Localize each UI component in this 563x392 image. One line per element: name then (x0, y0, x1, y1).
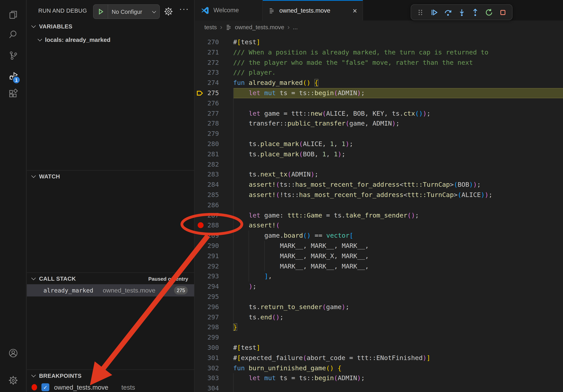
code-line[interactable]: 281ts.place_mark(BOB, 1, 1); (195, 149, 563, 159)
gutter[interactable]: 289 (195, 231, 233, 241)
gutter[interactable]: 281 (195, 149, 233, 159)
code-line[interactable]: 286 (195, 200, 563, 210)
code-line-content[interactable] (233, 292, 563, 302)
code-line[interactable]: 276 (195, 98, 563, 109)
gutter[interactable]: 288 (195, 221, 233, 231)
step-out-icon[interactable] (470, 6, 481, 18)
breadcrumb-tests[interactable]: tests (204, 24, 217, 30)
source-control-icon[interactable] (0, 46, 26, 65)
code-line-content[interactable]: assert!( (233, 221, 563, 231)
code-line[interactable]: 299 (195, 332, 563, 343)
code-line-content[interactable]: ts.return_to_sender(game); (233, 302, 563, 312)
code-line-content[interactable]: } (233, 322, 563, 333)
code-line-content[interactable]: /// When a position is already marked, t… (233, 47, 563, 58)
code-line-content[interactable]: #[test] (233, 343, 563, 353)
gutter[interactable]: 298 (195, 322, 233, 333)
run-and-debug-icon[interactable]: 1 (0, 66, 26, 85)
breadcrumb-symbol[interactable]: ... (293, 24, 298, 30)
code-line[interactable]: 278transfer::public_transfer(game, ADMIN… (195, 119, 563, 129)
code-line[interactable]: 284assert!(ts::has_most_recent_for_addre… (195, 180, 563, 190)
gutter[interactable]: 291 (195, 251, 233, 261)
gutter[interactable]: 290 (195, 241, 233, 251)
code-line-content[interactable]: game.board() == vector[ (233, 231, 563, 241)
gutter[interactable]: 302 (195, 363, 233, 373)
gutter[interactable]: 296 (195, 302, 233, 312)
continue-icon[interactable] (428, 6, 440, 18)
code-line[interactable]: 302fun burn_unfinished_game() { (195, 363, 563, 373)
code-line[interactable]: 300#[test] (195, 343, 563, 353)
gutter[interactable]: 300 (195, 343, 233, 353)
code-line-content[interactable] (233, 159, 563, 170)
gutter[interactable]: 299 (195, 332, 233, 343)
gutter[interactable]: 286 (195, 200, 233, 210)
gutter[interactable]: 284 (195, 180, 233, 190)
account-icon[interactable] (0, 343, 26, 362)
code-line[interactable]: 274fun already_marked() { (195, 78, 563, 88)
watch-section-header[interactable]: WATCH (27, 171, 194, 182)
gutter[interactable]: 275 (195, 88, 233, 98)
breakpoints-section-header[interactable]: BREAKPOINTS (27, 370, 194, 381)
gutter[interactable]: 278 (195, 119, 233, 129)
code-line[interactable]: 289game.board() == vector[ (195, 231, 563, 241)
code-line-content[interactable]: let mut ts = ts::begin(ADMIN); (233, 88, 563, 98)
debug-config-dropdown[interactable]: No Configur (93, 4, 160, 19)
variables-scope-row[interactable]: locals: already_marked (27, 34, 194, 45)
code-line-content[interactable]: let mut ts = ts::begin(ADMIN); (233, 373, 563, 383)
explorer-icon[interactable] (0, 5, 26, 24)
call-stack-frame-row[interactable]: already_marked owned_tests.move 275 (27, 284, 194, 297)
code-line-content[interactable] (233, 383, 563, 392)
gutter[interactable]: 285 (195, 190, 233, 200)
code-line-content[interactable]: let game: ttt::Game = ts.take_from_sende… (233, 210, 563, 221)
gutter[interactable]: 270 (195, 37, 233, 47)
code-line-content[interactable] (233, 332, 563, 343)
gutter[interactable]: 294 (195, 281, 233, 292)
gutter[interactable]: 287 (195, 210, 233, 221)
code-line[interactable]: 273/// player. (195, 68, 563, 78)
breakpoint-row[interactable]: ✓ owned_tests.move tests 288 (27, 381, 194, 392)
start-debugging-button[interactable] (93, 8, 108, 15)
gutter[interactable]: 301 (195, 353, 233, 363)
code-line-content[interactable] (233, 200, 563, 210)
search-icon[interactable] (0, 25, 26, 44)
gutter[interactable]: 274 (195, 78, 233, 88)
gutter[interactable]: 277 (195, 108, 233, 119)
code-line[interactable]: 272/// the player who made the "false" m… (195, 57, 563, 68)
step-over-icon[interactable] (442, 6, 454, 18)
code-line[interactable]: 279 (195, 129, 563, 139)
code-line[interactable]: 303let mut ts = ts::begin(ADMIN); (195, 373, 563, 383)
code-line[interactable]: 294); (195, 281, 563, 292)
gutter[interactable]: 292 (195, 261, 233, 271)
gutter[interactable]: 293 (195, 271, 233, 282)
code-line[interactable]: 283ts.next_tx(ADMIN); (195, 170, 563, 180)
code-line[interactable]: 292MARK__, MARK__, MARK__, (195, 261, 563, 271)
code-line[interactable]: 297ts.end(); (195, 312, 563, 322)
code-line[interactable]: 301#[expected_failure(abort_code = ttt::… (195, 353, 563, 363)
code-line-content[interactable] (233, 129, 563, 139)
code-line[interactable]: 291MARK__, MARK_X, MARK__, (195, 251, 563, 261)
code-line[interactable]: 270#[test] (195, 37, 563, 47)
code-line-content[interactable]: let game = ttt::new(ALICE, BOB, KEY, ts.… (233, 108, 563, 119)
code-line[interactable]: 287let game: ttt::Game = ts.take_from_se… (195, 210, 563, 221)
gutter[interactable]: 303 (195, 373, 233, 383)
code-line[interactable]: 293], (195, 271, 563, 282)
code-line-content[interactable]: assert!(!ts::has_most_recent_for_address… (233, 190, 563, 200)
code-line-content[interactable]: ts.next_tx(ADMIN); (233, 170, 563, 180)
gutter[interactable]: 271 (195, 47, 233, 58)
settings-gear-icon[interactable] (0, 371, 26, 390)
code-line-content[interactable]: ts.place_mark(BOB, 1, 1); (233, 149, 563, 159)
code-editor[interactable]: 270#[test]271/// When a position is alre… (195, 34, 563, 392)
code-line[interactable]: 282 (195, 159, 563, 170)
extensions-icon[interactable] (0, 84, 26, 103)
code-line[interactable]: 304 (195, 383, 563, 392)
gutter[interactable]: 279 (195, 129, 233, 139)
code-line[interactable]: 285assert!(!ts::has_most_recent_for_addr… (195, 190, 563, 200)
code-line[interactable]: 275let mut ts = ts::begin(ADMIN); (195, 88, 563, 98)
gutter[interactable]: 276 (195, 98, 233, 109)
code-line-content[interactable]: fun already_marked() { (233, 78, 563, 88)
code-line-content[interactable] (233, 98, 563, 109)
breadcrumb-file[interactable]: owned_tests.move (235, 24, 284, 30)
code-line[interactable]: 295 (195, 292, 563, 302)
code-line-content[interactable]: ); (233, 281, 563, 292)
code-line[interactable]: 277let game = ttt::new(ALICE, BOB, KEY, … (195, 108, 563, 119)
gutter[interactable]: 273 (195, 68, 233, 78)
